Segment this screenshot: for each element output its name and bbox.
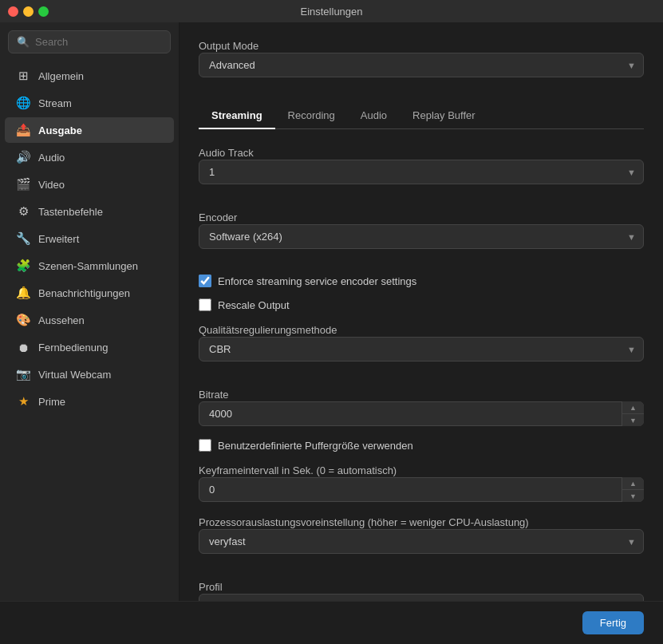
audio-track-row: Audio Track 1 2 3 4 5 6 ▼	[199, 145, 644, 197]
tab-recording[interactable]: Recording	[275, 103, 348, 129]
output-mode-select[interactable]: Advanced Simple	[199, 53, 644, 77]
quality-select-wrap: CBR VBR ABR CRF ▼	[199, 337, 644, 362]
close-button[interactable]	[8, 6, 18, 17]
keyframe-spinbox: ▲ ▼	[199, 477, 644, 502]
bell-icon: 🔔	[16, 286, 30, 300]
content-area: Output Mode Advanced Simple ▼ Streaming …	[180, 22, 663, 601]
encoder-select-wrap: Software (x264) Hardware (NVENC) Hardwar…	[199, 224, 644, 249]
rescale-label[interactable]: Rescale Output	[218, 299, 290, 311]
sidebar-label-video: Video	[38, 179, 65, 191]
sidebar-item-webcam[interactable]: 📷 Virtual Webcam	[5, 362, 174, 387]
tab-audio[interactable]: Audio	[348, 103, 400, 129]
cpu-row: Prozessorauslastungsvoreinstellung (höhe…	[199, 515, 644, 567]
bitrate-input[interactable]	[199, 401, 644, 426]
gear-icon: ⚙	[16, 204, 30, 219]
appearance-icon: 🎨	[16, 313, 30, 327]
encoder-row: Encoder Software (x264) Hardware (NVENC)…	[199, 210, 644, 262]
audio-track-select[interactable]: 1 2 3 4 5 6	[199, 160, 644, 184]
output-mode-select-wrap: Advanced Simple ▼	[199, 53, 644, 77]
custom-buffer-label[interactable]: Benutzerdefinierte Puffergröße verwenden	[218, 440, 413, 452]
webcam-icon: 📷	[16, 367, 30, 381]
sidebar-label-erweitert: Erweitert	[38, 233, 79, 245]
quality-label: Qualitätsregulierungsmethode	[199, 324, 337, 336]
audio-track-select-wrap: 1 2 3 4 5 6 ▼	[199, 160, 644, 184]
profil-label: Profil	[199, 581, 223, 593]
sidebar-label-tastenbefehle: Tastenbefehle	[38, 206, 103, 218]
rescale-row: Rescale Output	[199, 298, 644, 311]
sidebar-item-erweitert[interactable]: 🔧 Erweitert	[5, 226, 174, 251]
fertig-button[interactable]: Fertig	[582, 611, 644, 634]
titlebar: Einstellungen	[0, 0, 663, 22]
keyframe-decrement-button[interactable]: ▼	[622, 490, 644, 502]
enforce-checkbox[interactable]	[199, 275, 211, 287]
profil-select[interactable]: (Nichts) baseline main high	[199, 594, 644, 601]
keyframe-row: Keyframeintervall in Sek. (0 = automatis…	[199, 463, 644, 502]
tabs: Streaming Recording Audio Replay Buffer	[199, 103, 644, 129]
cpu-label: Prozessorauslastungsvoreinstellung (höhe…	[199, 516, 529, 528]
profil-select-wrap: (Nichts) baseline main high ▼	[199, 594, 644, 601]
sidebar-label-audio: Audio	[38, 152, 65, 164]
sidebar-item-prime[interactable]: ★ Prime	[5, 389, 174, 414]
sidebar-label-allgemein: Allgemein	[38, 70, 84, 82]
audio-icon: 🔊	[16, 150, 30, 164]
sidebar-label-aussehen: Aussehen	[38, 314, 85, 326]
custom-buffer-checkbox[interactable]	[199, 439, 211, 452]
cpu-select-wrap: ultrafast superfast veryfast faster fast…	[199, 529, 644, 554]
output-icon: 📤	[16, 123, 30, 137]
search-icon: 🔍	[17, 36, 30, 48]
keyframe-input[interactable]	[199, 477, 644, 502]
sidebar-label-szenen: Szenen-Sammlungen	[38, 260, 138, 272]
keyframe-increment-button[interactable]: ▲	[622, 477, 644, 490]
output-mode-row: Output Mode Advanced Simple ▼	[199, 38, 644, 90]
bitrate-increment-button[interactable]: ▲	[622, 401, 644, 414]
custom-buffer-row: Benutzerdefinierte Puffergröße verwenden	[199, 439, 644, 452]
sidebar-label-webcam: Virtual Webcam	[38, 369, 111, 381]
quality-row: Qualitätsregulierungsmethode CBR VBR ABR…	[199, 322, 644, 374]
rescale-checkbox[interactable]	[199, 298, 211, 311]
bitrate-row: Bitrate ▲ ▼	[199, 387, 644, 426]
quality-select[interactable]: CBR VBR ABR CRF	[199, 337, 644, 362]
sidebar-item-allgemein[interactable]: ⊞ Allgemein	[5, 63, 174, 89]
sidebar-item-aussehen[interactable]: 🎨 Aussehen	[5, 307, 174, 333]
bitrate-label: Bitrate	[199, 389, 229, 401]
output-mode-label: Output Mode	[199, 40, 258, 52]
bitrate-spinbox: ▲ ▼	[199, 401, 644, 426]
globe-icon: 🌐	[16, 96, 30, 110]
encoder-label: Encoder	[199, 211, 237, 223]
remote-icon: ⏺	[16, 340, 30, 354]
sidebar-item-audio[interactable]: 🔊 Audio	[5, 144, 174, 170]
sidebar-label-ausgabe: Ausgabe	[38, 124, 82, 136]
maximize-button[interactable]	[38, 6, 49, 17]
sidebar-item-stream[interactable]: 🌐 Stream	[5, 90, 174, 116]
sidebar-label-prime: Prime	[38, 396, 65, 408]
sidebar-item-fernbedienung[interactable]: ⏺ Fernbedienung	[5, 334, 174, 360]
tab-replay-buffer[interactable]: Replay Buffer	[400, 103, 488, 129]
sidebar-item-ausgabe[interactable]: 📤 Ausgabe	[5, 117, 174, 143]
sidebar-item-szenen[interactable]: 🧩 Szenen-Sammlungen	[5, 253, 174, 279]
scenes-icon: 🧩	[16, 259, 30, 273]
window-title: Einstellungen	[300, 6, 362, 18]
tab-streaming[interactable]: Streaming	[199, 103, 275, 129]
sidebar-label-benachrichtigungen: Benachrichtigungen	[38, 287, 130, 299]
search-box[interactable]: 🔍	[8, 30, 171, 53]
sidebar-item-tastenbefehle[interactable]: ⚙ Tastenbefehle	[5, 199, 174, 224]
prime-icon: ★	[16, 394, 30, 409]
encoder-select[interactable]: Software (x264) Hardware (NVENC) Hardwar…	[199, 224, 644, 249]
window-controls	[8, 6, 49, 17]
keyframe-label: Keyframeintervall in Sek. (0 = automatis…	[199, 464, 397, 476]
footer: Fertig	[0, 601, 663, 644]
enforce-label[interactable]: Enforce streaming service encoder settin…	[218, 275, 416, 287]
bitrate-spinner-buttons: ▲ ▼	[622, 401, 644, 426]
enforce-row: Enforce streaming service encoder settin…	[199, 275, 644, 287]
bitrate-decrement-button[interactable]: ▼	[622, 414, 644, 426]
keyframe-spinner-buttons: ▲ ▼	[622, 477, 644, 502]
sidebar-label-fernbedienung: Fernbedienung	[38, 342, 108, 354]
search-input[interactable]	[35, 36, 169, 48]
grid-icon: ⊞	[16, 69, 30, 83]
settings2-icon: 🔧	[16, 231, 30, 246]
video-icon: 🎬	[16, 177, 30, 192]
minimize-button[interactable]	[23, 6, 34, 17]
sidebar-item-benachrichtigungen[interactable]: 🔔 Benachrichtigungen	[5, 280, 174, 306]
cpu-select[interactable]: ultrafast superfast veryfast faster fast…	[199, 529, 644, 554]
sidebar-item-video[interactable]: 🎬 Video	[5, 172, 174, 197]
